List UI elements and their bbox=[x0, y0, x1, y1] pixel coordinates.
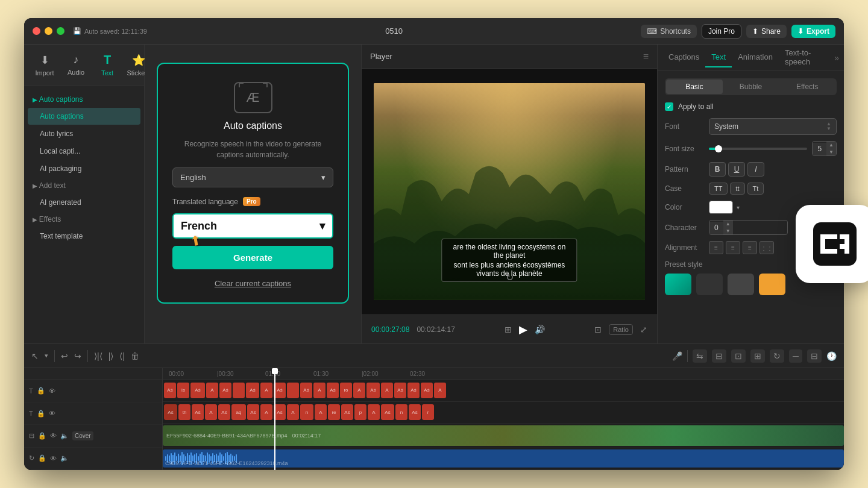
caption-clip[interactable]: Aś bbox=[219, 383, 231, 398]
zoom-slider[interactable]: ⊟ bbox=[807, 349, 822, 363]
caption-clip[interactable]: A bbox=[260, 404, 272, 420]
caption-clip[interactable]: ls bbox=[177, 383, 189, 398]
toolbar-item-import[interactable]: ⬇ Import bbox=[29, 50, 60, 80]
preset-item-1[interactable] bbox=[665, 274, 691, 295]
color-swatch[interactable] bbox=[709, 201, 733, 214]
delete-tool[interactable]: 🗑 bbox=[131, 351, 139, 361]
caption-clip[interactable]: A bbox=[287, 404, 299, 420]
caption-clip[interactable]: Aś bbox=[247, 404, 259, 420]
language-select[interactable]: English ▾ bbox=[172, 167, 333, 187]
titlecase-button[interactable]: Tt bbox=[747, 183, 764, 195]
stepper-up[interactable]: ▲ bbox=[826, 142, 836, 149]
tab-captions[interactable]: Captions bbox=[662, 48, 705, 67]
track-split-btn[interactable]: ⊟ bbox=[712, 349, 726, 363]
caption-clip[interactable]: Aś bbox=[164, 383, 176, 398]
grid-icon[interactable]: ⊞ bbox=[505, 325, 512, 334]
right-tab-more[interactable]: » bbox=[834, 53, 839, 63]
caption-clip[interactable]: Aś bbox=[192, 404, 204, 420]
select-dropdown[interactable]: ▾ bbox=[45, 352, 48, 360]
join-pro-button[interactable]: Join Pro bbox=[702, 24, 741, 39]
caption-clip[interactable]: Aś bbox=[366, 383, 380, 398]
apply-all-checkbox[interactable]: ✓ bbox=[665, 102, 673, 111]
track-link-btn[interactable]: ⇆ bbox=[693, 349, 707, 363]
nav-item-auto-lyrics[interactable]: Auto lyrics bbox=[28, 125, 140, 142]
track-1-eye[interactable]: 👁 bbox=[49, 387, 55, 395]
caption-clip[interactable]: A bbox=[206, 383, 218, 398]
nav-item-auto-captions[interactable]: Auto captions bbox=[28, 108, 140, 125]
nav-section-auto-captions[interactable]: Auto captions bbox=[24, 92, 144, 107]
track-crop-btn[interactable]: ⊡ bbox=[731, 349, 746, 363]
character-stepper[interactable]: 0 ▲ ▼ bbox=[709, 220, 788, 235]
caption-clip[interactable]: p bbox=[354, 404, 366, 420]
track-merge-btn[interactable]: ⊞ bbox=[750, 349, 765, 363]
clock-icon[interactable]: 🕐 bbox=[826, 351, 837, 361]
nav-section-effects[interactable]: Effects bbox=[24, 211, 144, 227]
align-right-button[interactable]: ≡ bbox=[743, 241, 757, 254]
caption-clip[interactable]: A bbox=[368, 404, 380, 420]
split-tool[interactable]: ⟩|⟨ bbox=[94, 351, 102, 361]
nav-item-ai-packaging[interactable]: AI packaging bbox=[28, 160, 140, 177]
caption-clip[interactable]: Aś bbox=[300, 383, 312, 398]
stepper-down[interactable]: ▼ bbox=[826, 149, 836, 156]
caption-clip[interactable]: Aś bbox=[381, 404, 394, 420]
close-button[interactable] bbox=[33, 27, 40, 35]
tab-animation[interactable]: Animation bbox=[732, 48, 779, 67]
track-loop-btn[interactable]: ↻ bbox=[770, 349, 784, 363]
shortcuts-button[interactable]: ⌨ Shortcuts bbox=[641, 25, 697, 38]
font-size-stepper[interactable]: 5 ▲ ▼ bbox=[812, 141, 837, 156]
underline-button[interactable]: U bbox=[728, 162, 745, 177]
caption-clip[interactable]: A bbox=[381, 383, 393, 398]
track-2-lock[interactable]: 🔒 bbox=[37, 410, 45, 418]
caption-clip[interactable]: n bbox=[395, 404, 407, 420]
align-center-button[interactable]: ≡ bbox=[726, 241, 740, 254]
track-a-speaker[interactable]: 🔈 bbox=[60, 454, 69, 462]
track-1-lock[interactable]: 🔒 bbox=[37, 387, 45, 395]
font-select[interactable]: System ▲▼ bbox=[709, 118, 837, 135]
style-tab-basic[interactable]: Basic bbox=[666, 80, 723, 94]
nav-item-local-captions[interactable]: Local capti... bbox=[28, 143, 140, 160]
caption-clip[interactable]: r bbox=[422, 404, 434, 420]
toolbar-item-audio[interactable]: ♪ Audio bbox=[60, 50, 92, 80]
minimize-button[interactable] bbox=[45, 27, 52, 35]
caption-clip[interactable]: Aś bbox=[190, 383, 205, 398]
clear-captions-button[interactable]: Clear current captions bbox=[215, 279, 291, 288]
ratio-button[interactable]: Ratio bbox=[609, 324, 633, 335]
track-v-eye[interactable]: 👁 bbox=[50, 432, 57, 439]
redo-tool[interactable]: ↪ bbox=[74, 351, 81, 361]
tab-text[interactable]: Text bbox=[705, 48, 732, 67]
preset-item-2[interactable] bbox=[696, 274, 723, 295]
screenshot-icon[interactable]: ⊡ bbox=[594, 325, 602, 334]
video-clip[interactable]: EF55F902-6884-40E9-BB91-434ABF67897B.mp4… bbox=[163, 425, 844, 446]
caption-clip[interactable]: Aś bbox=[274, 404, 286, 420]
export-button[interactable]: ⬇ Export bbox=[791, 25, 835, 38]
font-size-slider[interactable] bbox=[709, 148, 807, 150]
style-tab-effects[interactable]: Effects bbox=[779, 80, 835, 94]
caption-clip[interactable]: aq bbox=[231, 404, 246, 420]
volume-icon[interactable]: 🔊 bbox=[535, 325, 545, 334]
track-2-eye[interactable]: 👁 bbox=[49, 410, 55, 417]
caption-clip[interactable]: A bbox=[353, 383, 365, 398]
preset-item-3[interactable] bbox=[728, 274, 754, 295]
select-tool[interactable]: ↖ bbox=[31, 351, 39, 361]
undo-tool[interactable]: ↩ bbox=[61, 351, 68, 361]
player-menu-icon[interactable]: ≡ bbox=[643, 51, 649, 62]
italic-button[interactable]: I bbox=[747, 162, 764, 177]
track-v-speaker[interactable]: 🔈 bbox=[60, 432, 69, 440]
play-button[interactable]: ▶ bbox=[519, 323, 527, 336]
maximize-button[interactable] bbox=[57, 27, 64, 35]
audio-clip[interactable] bbox=[163, 449, 844, 468]
tab-tts[interactable]: Text-to-speech bbox=[779, 45, 834, 72]
track-a-lock[interactable]: 🔒 bbox=[38, 454, 46, 462]
align-justify-button[interactable]: ⋮⋮ bbox=[760, 241, 774, 254]
style-tab-bubble[interactable]: Bubble bbox=[723, 80, 779, 94]
preset-item-4[interactable] bbox=[759, 274, 785, 295]
caption-clip[interactable]: A bbox=[434, 383, 446, 398]
caption-clip[interactable]: A bbox=[315, 404, 327, 420]
caption-clip[interactable]: Aś bbox=[164, 404, 177, 420]
align-left-button[interactable]: ≡ bbox=[709, 241, 723, 254]
share-button[interactable]: ⬆ Share bbox=[746, 25, 787, 38]
track-v-lock[interactable]: 🔒 bbox=[38, 432, 46, 440]
caption-clip[interactable]: Aś bbox=[407, 383, 420, 398]
uppercase-button[interactable]: TT bbox=[709, 183, 728, 195]
caption-clip[interactable]: Aś bbox=[394, 383, 406, 398]
